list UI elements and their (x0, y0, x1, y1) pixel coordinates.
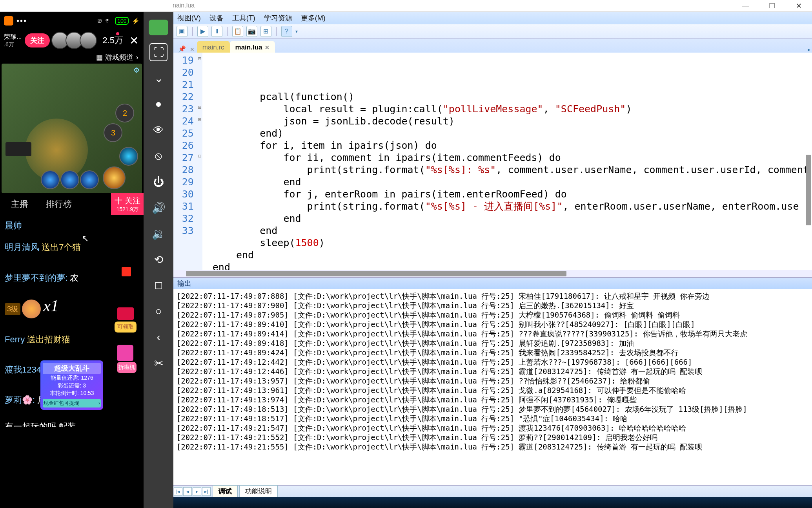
close-button[interactable]: ✕ (785, 0, 812, 12)
volume-down-icon[interactable]: 🔉 (149, 225, 167, 243)
file-tab-label: main.lua (235, 44, 262, 51)
ability-icon (119, 147, 138, 166)
menu-tools[interactable]: 工具(T) (232, 13, 255, 23)
rotate-icon[interactable]: ⟲ (149, 250, 167, 269)
ability-icon (41, 170, 60, 189)
chevron-down-icon[interactable]: ⌄ (149, 69, 167, 87)
close-tab-icon[interactable]: ✕ (265, 44, 269, 51)
live-tabs: 主播 排行榜 十 关注 1521.9万 (0, 193, 144, 215)
gift-chest[interactable]: 可领取 (115, 307, 137, 329)
comment-user: 梦里夢不到的夢: (5, 273, 67, 283)
host-row: 荣耀... .6万 关注 2.5万 ✕ (0, 30, 144, 51)
viewer-avatars[interactable] (55, 32, 97, 49)
code-editor[interactable]: 192021222324252627282930313233 ⊟⊟⊟⊟ pcal… (173, 53, 812, 270)
maximize-button[interactable]: ☐ (759, 0, 785, 12)
tab-rank[interactable]: 排行榜 (39, 193, 78, 215)
live-status-bar: ••• ⎚ ᯤ 100 ⚡ (0, 12, 144, 30)
comment-text: 送出7个猫 (42, 242, 81, 252)
help-icon[interactable]: ? (281, 26, 292, 37)
file-tab[interactable]: main.rc (197, 41, 230, 53)
ability-icon: 2 (115, 104, 134, 122)
comment-text: 农 (70, 273, 78, 283)
minimize-button[interactable]: — (732, 0, 759, 12)
window-titlebar: nain.lua — ☐ ✕ (0, 0, 812, 12)
follow-big-button[interactable]: 十 关注 1521.9万 (111, 193, 144, 215)
banner-line: 彩蛋还需: 3 (43, 382, 101, 390)
event-banner[interactable]: 超级大乱斗 能量值还需: 1276 彩蛋还需: 3 本轮倒计时: 10:53 现… (40, 360, 103, 410)
comment-user: 明月清风 (5, 242, 39, 252)
follow-big-count: 1521.9万 (116, 206, 138, 213)
gift-multiplier: x1 (43, 297, 59, 315)
app-icon (4, 16, 13, 26)
pin-icon[interactable]: 📌 (178, 45, 186, 53)
eye-icon[interactable]: 👁 (149, 121, 167, 139)
game-channel-label: 游戏频道 (105, 53, 133, 62)
toolbar-button[interactable]: ⊞ (260, 26, 271, 37)
toolbar-button[interactable]: ⏸ (211, 26, 222, 37)
host-name: 荣耀... (4, 33, 22, 41)
code-area[interactable]: pcall(function() local result = plugin:c… (209, 53, 812, 270)
menu-view[interactable]: 视图(V) (177, 13, 201, 23)
volume-icon[interactable]: 🔊 (149, 199, 167, 217)
fullscreen-icon[interactable]: ⛶ (149, 43, 167, 61)
back-icon[interactable]: ‹ (149, 328, 167, 346)
connect-button[interactable] (149, 20, 168, 35)
circle-icon[interactable]: ● (149, 95, 167, 113)
vertical-scrollbar[interactable] (806, 155, 811, 225)
square-icon[interactable]: □ (149, 276, 167, 294)
toolbar-button[interactable]: ▶ (197, 26, 208, 37)
banner-line: 能量值还需: 1276 (43, 374, 101, 382)
nav-last-icon[interactable]: ▸| (202, 487, 211, 496)
circle-outline-icon[interactable]: ○ (149, 302, 167, 320)
host-followers: .6万 (4, 41, 22, 48)
avatar[interactable] (80, 32, 97, 49)
tab-overflow-icon[interactable]: ▸ (808, 46, 810, 53)
fold-column: ⊟⊟⊟⊟ (197, 53, 202, 270)
bottom-bar (173, 497, 812, 508)
menubar: 视图(V) 设备 工具(T) 学习资源 更多(M) (173, 12, 812, 24)
eye-off-icon[interactable]: ⦸ (149, 147, 167, 165)
follow-button[interactable]: 关注 (25, 33, 50, 48)
file-tab-active[interactable]: main.lua ✕ (230, 41, 275, 53)
menu-more[interactable]: 更多(M) (301, 13, 326, 23)
nav-next-icon[interactable]: ▸ (193, 487, 201, 496)
ability-icon: 3 (104, 123, 122, 142)
more-dots-icon[interactable]: ••• (16, 16, 27, 26)
viewer-count[interactable]: 2.5万 (102, 35, 123, 46)
nav-first-icon[interactable]: |◂ (174, 487, 182, 496)
grid-icon: ▦ (96, 53, 103, 62)
comment-user: 晨帅 (5, 221, 22, 230)
chest-label: 可领取 (115, 322, 137, 333)
output-tab-help[interactable]: 功能说明 (239, 485, 278, 497)
battery-indicator: 100 (115, 17, 129, 25)
power-icon[interactable]: ⏻ (149, 173, 167, 191)
game-channel-link[interactable]: ▦ 游戏频道 › (0, 51, 144, 64)
toolbar-button[interactable]: 📋 (232, 26, 243, 37)
toolbar-dropdown-icon[interactable]: ▾ (295, 29, 298, 34)
output-panel: 输出 [2022:07:11-17:49:07:888] [文件:D:\work… (173, 277, 812, 497)
cat-gift-icon (22, 300, 41, 318)
ability-icon (103, 166, 126, 189)
toolbar-button[interactable]: ▣ (177, 26, 188, 37)
cast-icon: ⎚ (98, 17, 102, 24)
filename-label: nain.lua (173, 2, 195, 9)
file-tab-strip: 📌 ✕ main.rc main.lua ✕ ▸ (173, 38, 812, 53)
game-viewport[interactable]: ⚙ 3 2 (2, 64, 142, 193)
close-stream-icon[interactable]: ✕ (129, 34, 138, 47)
chest-label: 拆啦机 (117, 362, 137, 373)
menu-device[interactable]: 设备 (209, 13, 224, 23)
toolbar-button[interactable]: 📷 (246, 26, 257, 37)
gear-icon[interactable]: ⚙ (133, 66, 140, 75)
output-body[interactable]: [2022:07:11-17:49:07:888] [文件:D:\work\pr… (173, 289, 812, 485)
scissors-icon[interactable]: ✂ (149, 354, 167, 372)
close-all-icon[interactable]: ✕ (190, 46, 195, 53)
tab-host[interactable]: 主播 (0, 193, 39, 215)
nav-prev-icon[interactable]: ◂ (183, 487, 192, 496)
menu-learn[interactable]: 学习资源 (264, 13, 292, 23)
output-tab-debug[interactable]: 调试 (213, 485, 238, 497)
gift-chest-2[interactable]: 拆啦机 (117, 345, 137, 373)
scrollbar-thumb[interactable] (186, 271, 566, 276)
horizontal-scrollbar[interactable] (173, 270, 812, 277)
comment-feed[interactable]: 晨帅 明月清风 送出7个猫 梦里夢不到的夢: 农 3级 x1 Ferry 送出招… (0, 215, 144, 427)
file-tab-label: main.rc (202, 44, 224, 51)
